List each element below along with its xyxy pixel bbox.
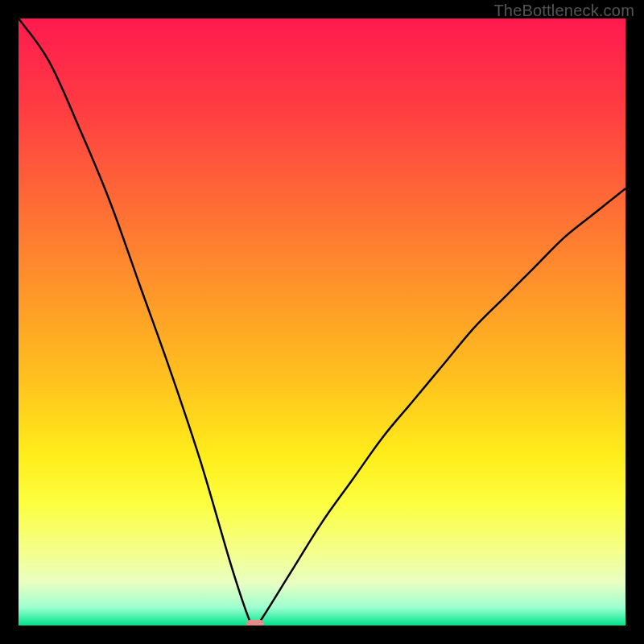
watermark-text: TheBottleneck.com [493, 2, 634, 20]
chart-container: TheBottleneck.com [0, 0, 644, 644]
optimal-marker [246, 620, 264, 625]
bottleneck-chart [19, 19, 625, 625]
gradient-background [19, 19, 625, 625]
